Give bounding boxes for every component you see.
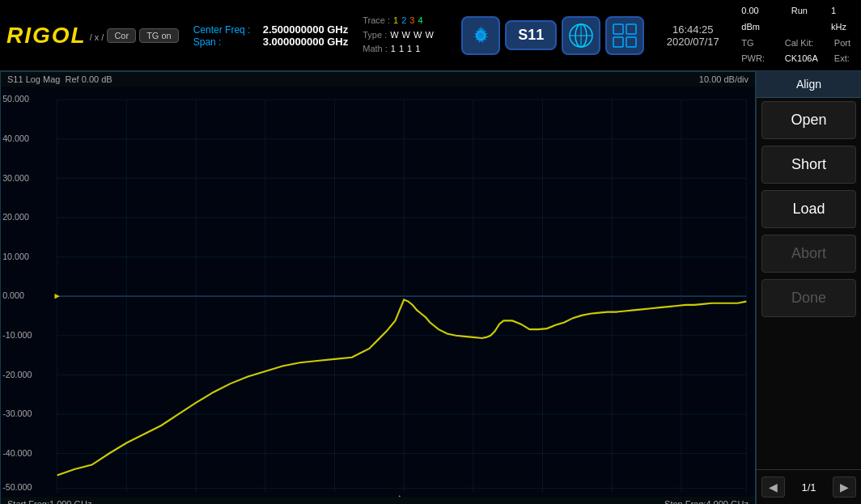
done-button[interactable]: Done bbox=[761, 279, 856, 317]
trace-num-4: 4 bbox=[418, 14, 422, 28]
center-freq-value: 2.500000000 GHz bbox=[263, 23, 349, 36]
chart-area: S11 Log Mag Ref 0.00 dB 10.00 dB/div 50.… bbox=[0, 71, 756, 504]
pagination: ◀ 1/1 ▶ bbox=[757, 469, 861, 504]
settings-button[interactable] bbox=[461, 16, 500, 55]
trig-label: Trig: Free Run bbox=[791, 0, 815, 36]
load-button[interactable]: Load bbox=[761, 190, 856, 228]
grid-button[interactable] bbox=[605, 16, 644, 55]
tg-on-button[interactable]: TG on bbox=[139, 28, 179, 43]
svg-text:-40.000: -40.000 bbox=[2, 448, 32, 458]
status-section: Ref Level: 0.00 dBm Trig: Free Run IF BW… bbox=[733, 0, 861, 70]
short-button[interactable]: Short bbox=[761, 146, 856, 184]
trace-num-2: 2 bbox=[401, 14, 406, 28]
vna-button[interactable] bbox=[562, 16, 600, 55]
trace-num-1: 1 bbox=[393, 14, 398, 28]
svg-text:-10.000: -10.000 bbox=[2, 330, 32, 340]
math-3: 1 bbox=[407, 42, 412, 57]
page-indicator: 1/1 bbox=[801, 481, 816, 493]
type-1: W bbox=[390, 28, 398, 43]
svg-marker-43 bbox=[395, 495, 404, 497]
type-2: W bbox=[402, 28, 410, 43]
chart-footer: Start Freq:1.000 GHz Stop Freq:4.000 GHz bbox=[1, 497, 755, 504]
next-page-button[interactable]: ▶ bbox=[833, 476, 856, 498]
if-bw-label: IF BW: 1 kHz bbox=[831, 0, 853, 36]
math-label: Math : bbox=[363, 42, 388, 57]
abort-button[interactable]: Abort bbox=[761, 235, 856, 273]
math-1: 1 bbox=[391, 42, 396, 57]
chart-scale: 10.00 dB/div bbox=[699, 74, 749, 84]
cor-button[interactable]: Cor bbox=[107, 28, 136, 43]
svg-text:-20.000: -20.000 bbox=[2, 370, 32, 379]
svg-text:-50.000: -50.000 bbox=[2, 482, 32, 492]
trace-num-3: 3 bbox=[409, 14, 414, 28]
svg-text:20.000: 20.000 bbox=[2, 212, 29, 222]
svg-rect-8 bbox=[626, 37, 636, 47]
stop-freq: Stop Freq:4.000 GHz bbox=[664, 499, 749, 504]
right-panel: Align Open Short Load Abort Done ◀ 1/1 ▶ bbox=[756, 71, 861, 504]
svg-text:-30.000: -30.000 bbox=[2, 409, 32, 418]
start-freq: Start Freq:1.000 GHz bbox=[7, 499, 92, 504]
trace-label: Trace : bbox=[363, 14, 390, 28]
math-2: 1 bbox=[399, 42, 404, 57]
time-display: 16:44:25 bbox=[672, 23, 714, 36]
type-label: Type : bbox=[363, 28, 387, 43]
type-3: W bbox=[414, 28, 422, 43]
svg-text:0.000: 0.000 bbox=[2, 290, 24, 300]
svg-text:40.000: 40.000 bbox=[2, 133, 29, 143]
center-freq-label: Center Freq : bbox=[193, 24, 258, 36]
gear-icon bbox=[469, 24, 492, 47]
span-value: 3.000000000 GHz bbox=[263, 36, 349, 48]
svg-text:30.000: 30.000 bbox=[2, 173, 29, 183]
instrument-section: S11 bbox=[453, 0, 652, 70]
date-display: 2020/07/17 bbox=[667, 36, 719, 48]
chart-title: S11 Log Mag Ref 0.00 dB bbox=[7, 74, 112, 84]
rigol-logo: RIGOL bbox=[6, 23, 87, 49]
svg-rect-7 bbox=[613, 37, 623, 47]
type-4: W bbox=[425, 28, 433, 43]
svg-rect-5 bbox=[613, 24, 623, 34]
chart-header: S11 Log Mag Ref 0.00 dB 10.00 dB/div bbox=[1, 72, 755, 87]
logo-subtitle: / x / bbox=[90, 32, 104, 42]
prev-page-button[interactable]: ◀ bbox=[761, 476, 785, 498]
freq-section: Center Freq : 2.500000000 GHz Span : 3.0… bbox=[185, 0, 357, 70]
open-button[interactable]: Open bbox=[761, 101, 856, 139]
math-4: 1 bbox=[415, 42, 420, 57]
chart-container: 50.000 40.000 30.000 20.000 10.000 0.000… bbox=[1, 87, 755, 497]
vna-icon bbox=[566, 21, 596, 50]
logo-section: RIGOL / x / Cor TG on bbox=[0, 0, 185, 70]
trace-section: Trace : 1 2 3 4 Type : W W W W Math : 1 … bbox=[356, 0, 453, 70]
span-label: Span : bbox=[193, 36, 258, 48]
s11-button[interactable]: S11 bbox=[505, 20, 557, 50]
svg-text:50.000: 50.000 bbox=[2, 94, 29, 104]
align-header: Align bbox=[757, 71, 861, 98]
grid-icon bbox=[612, 23, 638, 49]
svg-text:10.000: 10.000 bbox=[2, 252, 29, 261]
ref-level-label: Ref Level: 0.00 dBm bbox=[741, 0, 774, 36]
datetime-section: 16:44:25 2020/07/17 bbox=[652, 0, 733, 70]
svg-rect-6 bbox=[626, 24, 636, 34]
